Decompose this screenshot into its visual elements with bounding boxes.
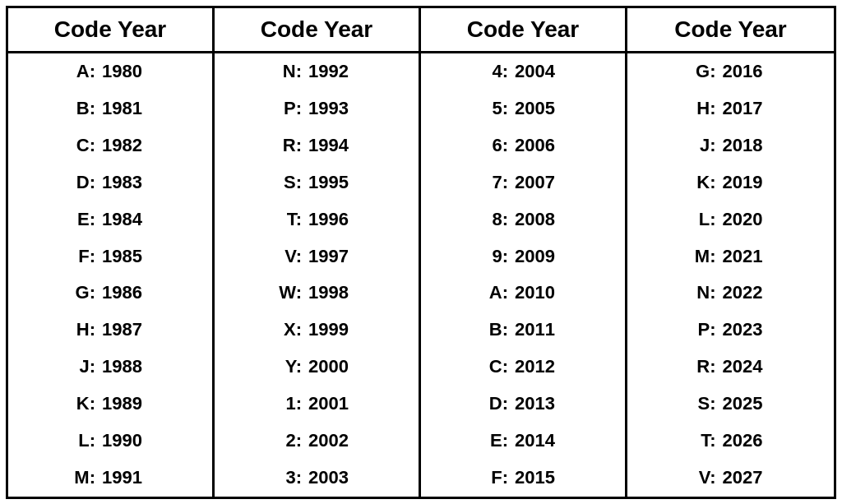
year-cell: 2020 — [723, 209, 780, 230]
code-cell: T: — [682, 430, 723, 451]
table-row: B:1981 — [8, 90, 212, 127]
code-cell: 1: — [267, 393, 308, 414]
code-year-table: Code YearA:1980B:1981C:1982D:1983E:1984F… — [6, 6, 836, 499]
table-row: H:2017 — [627, 90, 834, 127]
code-cell: L: — [682, 209, 723, 230]
year-cell: 2016 — [723, 61, 780, 82]
code-cell: R: — [682, 356, 723, 377]
table-row: V:2027 — [627, 460, 834, 497]
table-row: J:1988 — [8, 349, 212, 386]
code-cell: X: — [267, 319, 308, 340]
year-cell: 2018 — [723, 135, 780, 156]
year-cell: 2010 — [515, 282, 572, 303]
table-row: F:2015 — [421, 460, 625, 497]
year-cell: 2026 — [723, 430, 780, 451]
table-row: G:2016 — [627, 53, 834, 90]
table-row: S:1995 — [215, 164, 419, 201]
year-cell: 2005 — [515, 98, 572, 119]
year-cell: 2003 — [308, 467, 366, 488]
code-cell: E: — [61, 209, 102, 230]
code-cell: 7: — [474, 172, 515, 193]
code-cell: S: — [267, 172, 308, 193]
year-cell: 1991 — [102, 467, 160, 488]
code-cell: G: — [682, 61, 723, 82]
year-cell: 2006 — [515, 135, 572, 156]
year-cell: 1985 — [102, 246, 160, 267]
year-cell: 2013 — [515, 393, 572, 414]
year-cell: 1995 — [308, 172, 366, 193]
code-cell: J: — [682, 135, 723, 156]
code-cell: 5: — [474, 98, 515, 119]
code-cell: 9: — [474, 246, 515, 267]
table-row: 5:2005 — [421, 90, 625, 127]
year-cell: 1997 — [308, 246, 366, 267]
table-row: S:2025 — [627, 386, 834, 423]
code-cell: H: — [61, 319, 102, 340]
code-cell: G: — [61, 282, 102, 303]
table-row: P:1993 — [215, 90, 419, 127]
code-cell: M: — [61, 467, 102, 488]
code-cell: J: — [61, 356, 102, 377]
year-cell: 1999 — [308, 319, 366, 340]
col-header-3: Code Year — [627, 8, 834, 53]
code-cell: K: — [61, 393, 102, 414]
table-row: G:1986 — [8, 275, 212, 312]
year-cell: 2025 — [723, 393, 780, 414]
table-row: B:2011 — [421, 312, 625, 349]
table-row: V:1997 — [215, 238, 419, 275]
table-row: D:1983 — [8, 164, 212, 201]
year-cell: 1980 — [102, 61, 160, 82]
table-row: D:2013 — [421, 386, 625, 423]
table-row: M:1991 — [8, 460, 212, 497]
year-cell: 1990 — [102, 430, 160, 451]
year-cell: 2022 — [723, 282, 780, 303]
year-cell: 2015 — [515, 467, 572, 488]
code-cell: S: — [682, 393, 723, 414]
year-cell: 2017 — [723, 98, 780, 119]
rows-container-1: N:1992P:1993R:1994S:1995T:1996V:1997W:19… — [215, 53, 419, 497]
rows-container-2: 4:20045:20056:20067:20078:20089:2009A:20… — [421, 53, 625, 497]
year-cell: 1996 — [308, 209, 366, 230]
table-row: W:1998 — [215, 275, 419, 312]
code-cell: N: — [682, 282, 723, 303]
code-cell: Y: — [267, 356, 308, 377]
table-row: A:1980 — [8, 53, 212, 90]
col-header-1: Code Year — [215, 8, 419, 53]
column-1: Code YearN:1992P:1993R:1994S:1995T:1996V… — [215, 8, 421, 497]
code-cell: P: — [682, 319, 723, 340]
code-cell: B: — [61, 98, 102, 119]
table-row: E:1984 — [8, 201, 212, 238]
table-row: 1:2001 — [215, 386, 419, 423]
year-cell: 2000 — [308, 356, 366, 377]
year-cell: 2019 — [723, 172, 780, 193]
year-cell: 1992 — [308, 61, 366, 82]
year-cell: 2009 — [515, 246, 572, 267]
year-cell: 2002 — [308, 430, 366, 451]
code-cell: 3: — [267, 467, 308, 488]
year-cell: 2004 — [515, 61, 572, 82]
code-cell: L: — [61, 430, 102, 451]
year-cell: 2021 — [723, 246, 780, 267]
code-cell: H: — [682, 98, 723, 119]
code-cell: T: — [267, 209, 308, 230]
year-cell: 2007 — [515, 172, 572, 193]
year-cell: 1983 — [102, 172, 160, 193]
table-row: R:1994 — [215, 127, 419, 164]
year-cell: 2012 — [515, 356, 572, 377]
table-row: 3:2003 — [215, 460, 419, 497]
code-cell: W: — [267, 282, 308, 303]
code-cell: 2: — [267, 430, 308, 451]
year-cell: 1988 — [102, 356, 160, 377]
year-cell: 1993 — [308, 98, 366, 119]
code-cell: A: — [474, 282, 515, 303]
year-cell: 1987 — [102, 319, 160, 340]
code-cell: A: — [61, 61, 102, 82]
column-3: Code YearG:2016H:2017J:2018K:2019L:2020M… — [627, 8, 834, 497]
column-2: Code Year4:20045:20056:20067:20078:20089… — [421, 8, 627, 497]
table-row: R:2024 — [627, 349, 834, 386]
code-cell: D: — [474, 393, 515, 414]
year-cell: 2023 — [723, 319, 780, 340]
table-row: M:2021 — [627, 238, 834, 275]
code-cell: R: — [267, 135, 308, 156]
year-cell: 2024 — [723, 356, 780, 377]
